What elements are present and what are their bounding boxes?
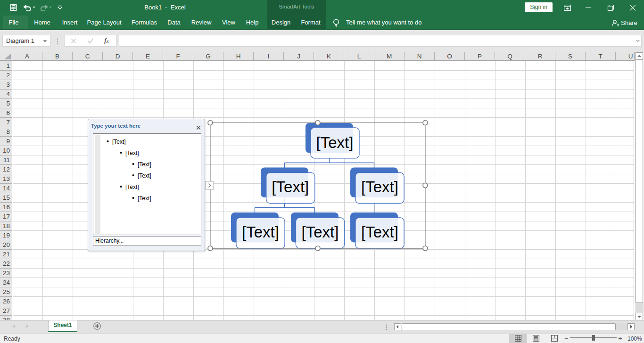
svg-text:[Text]: [Text]	[316, 134, 354, 151]
svg-text:[Text]: [Text]	[272, 178, 309, 196]
svg-text:[Text]: [Text]	[302, 223, 339, 241]
svg-text:[Text]: [Text]	[361, 178, 398, 196]
svg-text:[Text]: [Text]	[361, 223, 398, 241]
svg-text:[Text]: [Text]	[242, 223, 279, 241]
